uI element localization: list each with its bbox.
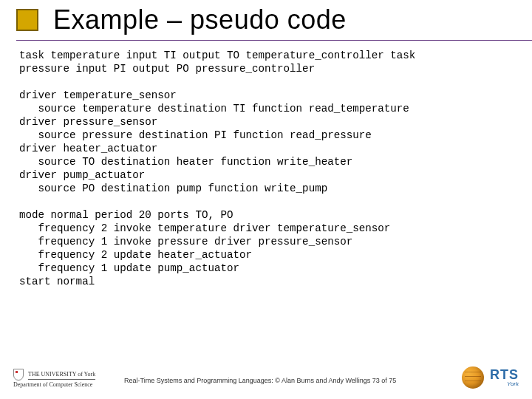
department-name: Department of Computer Science [13, 381, 92, 388]
title-container: Example – pseudo code [53, 4, 517, 35]
title-accent-box [16, 9, 38, 31]
pseudo-code-block: task temperature input TI output TO temp… [19, 49, 525, 288]
university-logo: THE UNIVERSITY of York Department of Com… [13, 369, 95, 389]
slide-footer: THE UNIVERSITY of York Department of Com… [13, 355, 519, 393]
rts-logo: RTS York [462, 366, 519, 389]
university-name: THE UNIVERSITY of York [28, 370, 95, 380]
rts-text: RTS York [490, 369, 519, 387]
globe-icon [462, 366, 484, 389]
shield-icon [13, 369, 24, 381]
title-underline [16, 40, 532, 41]
rts-big-text: RTS [490, 369, 519, 381]
slide-title: Example – pseudo code [53, 4, 517, 35]
footer-caption: Real-Time Systems and Programming Langua… [124, 377, 396, 384]
